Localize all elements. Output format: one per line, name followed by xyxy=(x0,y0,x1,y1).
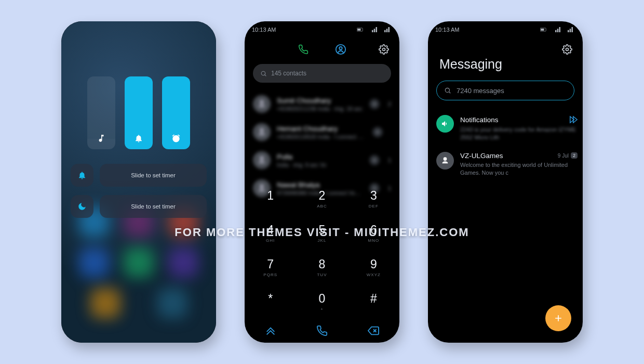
svg-rect-1 xyxy=(357,29,360,31)
svg-point-3 xyxy=(339,47,342,50)
expand-button[interactable] xyxy=(369,155,380,165)
status-icons xyxy=(540,27,575,32)
key-number: * xyxy=(245,292,296,306)
tab-contacts[interactable] xyxy=(333,42,348,57)
contact-row[interactable]: Pulla India · ring. 9 sec Vo 1 xyxy=(253,146,391,174)
call-button-icon[interactable] xyxy=(316,325,328,336)
dialpad-key[interactable]: 3 DEF xyxy=(348,185,399,213)
message-title: VZ-ULGames xyxy=(460,152,503,160)
silent-timer-track[interactable]: Slide to set timer xyxy=(100,164,207,187)
key-number: 2 xyxy=(296,189,347,203)
person-icon xyxy=(257,155,266,165)
contact-info: Sumit Choudhary +919820211236 India · ri… xyxy=(277,97,363,112)
media-volume-slider[interactable] xyxy=(87,76,115,149)
alarm-volume-slider[interactable] xyxy=(162,76,190,149)
dialpad-key[interactable]: # xyxy=(348,288,399,316)
phone-contacts-dialer: 10:13 AM 145 contacts Sumit Choudhary +9… xyxy=(245,21,399,343)
dialpad-key[interactable]: * xyxy=(245,288,296,316)
search-icon xyxy=(260,70,267,77)
dialer-tabs xyxy=(245,42,399,57)
chevron-right-icon xyxy=(372,158,377,163)
speaker-icon xyxy=(441,120,449,128)
dialpad-key[interactable]: 1 xyxy=(245,185,296,213)
avatar xyxy=(253,123,271,141)
dialpad-key[interactable]: 2 ABC xyxy=(296,185,347,213)
unread-badge: 2 xyxy=(571,152,578,159)
message-avatar xyxy=(436,115,454,133)
key-letters: DEF xyxy=(348,204,399,209)
contact-count: 1 xyxy=(388,157,391,163)
gear-icon[interactable] xyxy=(562,44,572,55)
svg-rect-9 xyxy=(541,29,544,31)
key-number: 4 xyxy=(245,223,296,237)
dialpad-key[interactable]: 9 WXYZ xyxy=(348,253,399,281)
contacts-search[interactable]: 145 contacts xyxy=(253,64,391,83)
expand-button[interactable] xyxy=(369,99,380,109)
dialpad-key[interactable]: 6 MNO xyxy=(348,219,399,247)
message-preview: Welcome to the exciting world of Unlimit… xyxy=(460,161,578,177)
status-bar: 10:13 AM xyxy=(435,27,575,33)
key-number: 3 xyxy=(348,189,399,203)
person-icon xyxy=(441,157,449,165)
ringtone-volume-slider[interactable] xyxy=(125,76,153,149)
bell-icon xyxy=(77,171,87,180)
dialpad-key[interactable]: 0 + xyxy=(296,288,347,316)
signal-icon xyxy=(369,27,380,32)
contact-sub: India · ring. 9 sec Vo xyxy=(277,162,363,168)
message-row[interactable]: Notifications 2243 is your delivery code… xyxy=(436,110,578,147)
expand-button[interactable] xyxy=(372,127,383,137)
contact-count: 2 xyxy=(388,101,391,107)
contact-row[interactable]: Hemant Choudhary +919820118520 India · I… xyxy=(253,118,391,146)
contact-name: Hemant Choudhary xyxy=(277,125,366,133)
status-time: 10:13 AM xyxy=(435,27,459,33)
key-number: 7 xyxy=(245,257,296,271)
moon-icon xyxy=(77,202,87,211)
dial-close-icon[interactable] xyxy=(265,325,276,336)
key-letters: WXYZ xyxy=(348,272,399,277)
signal-icon xyxy=(553,27,563,32)
key-letters: MNO xyxy=(348,238,399,243)
compose-fab[interactable] xyxy=(545,305,571,331)
person-icon xyxy=(257,99,266,109)
contact-name: Pulla xyxy=(277,153,363,161)
status-icons xyxy=(357,27,392,32)
dialpad: 1 2 ABC3 DEF4 GHI5 JKL6 MNO7 PQRS8 TUV9 xyxy=(245,185,399,316)
dnd-chip[interactable] xyxy=(71,195,93,218)
signal-icon xyxy=(565,27,575,32)
silent-mode-chip[interactable] xyxy=(71,164,93,187)
gear-icon[interactable] xyxy=(379,44,389,55)
status-time: 10:13 AM xyxy=(252,27,276,33)
chevron-right-icon xyxy=(375,129,380,135)
key-number: 0 xyxy=(296,292,347,306)
contact-sub: +919820118520 India · I connect VoLT xyxy=(277,134,366,140)
dialpad-key[interactable]: 7 PQRS xyxy=(245,253,296,281)
backspace-icon[interactable] xyxy=(368,325,379,336)
battery-icon xyxy=(357,27,367,32)
message-title: Notifications xyxy=(460,116,499,124)
key-letters: PQRS xyxy=(245,272,296,277)
bell-icon xyxy=(134,134,143,143)
music-note-icon xyxy=(97,134,106,143)
messages-search[interactable]: 7240 messages xyxy=(436,81,574,100)
alarm-clock-icon xyxy=(171,134,181,143)
phone-icon xyxy=(298,44,308,55)
message-content: Notifications 2243 is your delivery code… xyxy=(460,115,578,141)
key-number: 6 xyxy=(348,223,399,237)
plus-icon xyxy=(553,313,564,323)
contact-row[interactable]: Sumit Choudhary +919820211236 India · ri… xyxy=(253,90,391,118)
status-bar: 10:13 AM xyxy=(252,27,392,33)
fast-forward-icon[interactable] xyxy=(568,115,578,124)
key-number: 9 xyxy=(348,257,399,271)
contact-info: Pulla India · ring. 9 sec Vo xyxy=(277,153,363,168)
timer-rows: Slide to set timer Slide to set timer xyxy=(71,164,207,226)
dnd-timer-track[interactable]: Slide to set timer xyxy=(100,195,207,218)
svg-point-11 xyxy=(445,88,449,92)
tab-recent-calls[interactable] xyxy=(296,42,311,57)
dialpad-key[interactable]: 5 JKL xyxy=(296,219,347,247)
avatar xyxy=(253,151,271,169)
dialpad-key[interactable]: 8 TUV xyxy=(296,253,347,281)
key-letters: JKL xyxy=(296,238,347,243)
dialpad-key[interactable]: 4 GHI xyxy=(245,219,296,247)
message-row[interactable]: VZ-ULGames 9 Jul2 Welcome to the excitin… xyxy=(436,147,578,182)
message-preview: 2243 is your delivery code for Amazon IZ… xyxy=(460,126,578,141)
